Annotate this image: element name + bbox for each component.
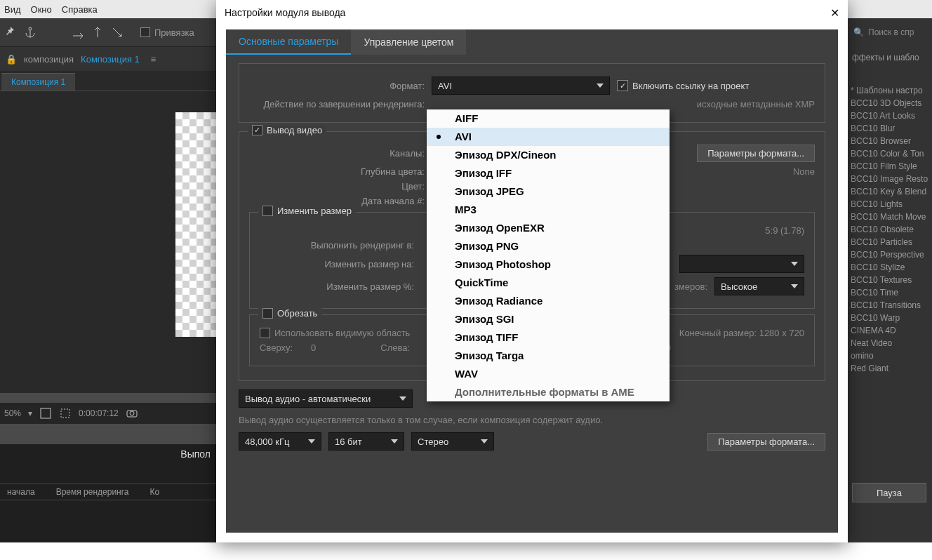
format-option[interactable]: Эпизод Photoshop <box>427 255 670 274</box>
effects-category[interactable]: BCC10 Image Resto <box>851 174 929 184</box>
effects-category[interactable]: BCC10 Art Looks <box>851 111 929 121</box>
axis-z-icon[interactable] <box>111 26 124 39</box>
format-option[interactable]: QuickTime <box>427 274 670 292</box>
axis-y-icon[interactable] <box>91 26 104 39</box>
crop-toggle[interactable]: Обрезать <box>258 308 321 319</box>
timecode[interactable]: 0:00:07:12 <box>79 408 119 418</box>
search-icon: 🔍 <box>853 27 864 37</box>
menu-icon[interactable]: ≡ <box>151 54 157 65</box>
effects-category[interactable]: BCC10 Time <box>851 288 929 298</box>
format-option[interactable]: AIFF <box>427 109 670 128</box>
resize-label: Изменить размер <box>277 206 352 216</box>
effects-category[interactable]: BCC10 Key & Blend <box>851 187 929 196</box>
search-box[interactable]: 🔍 Поиск в спр <box>848 18 932 46</box>
format-label: Формат: <box>249 81 425 91</box>
audio-format-options-button[interactable]: Параметры формата... <box>707 433 825 451</box>
effects-category[interactable]: BCC10 Obsolete <box>851 225 929 234</box>
channels-select[interactable]: Стерео <box>411 432 494 451</box>
tab-composition-1[interactable]: Композиция 1 <box>1 73 75 91</box>
effects-category[interactable]: BCC10 3D Objects <box>851 98 929 108</box>
effects-category[interactable]: BCC10 Stylize <box>851 262 929 272</box>
effects-category[interactable]: BCC10 Perspective <box>851 250 929 260</box>
crop-top-value[interactable]: 0 <box>311 342 316 353</box>
tab-main[interactable]: Основные параметры <box>226 29 351 55</box>
effects-header: ффекты и шабло <box>848 46 932 69</box>
format-select[interactable]: AVI <box>432 76 610 95</box>
mask-icon[interactable] <box>59 407 72 420</box>
format-option[interactable]: WAV <box>427 365 670 383</box>
checkbox-icon <box>262 206 273 216</box>
format-option[interactable]: Эпизод JPEG <box>427 182 670 201</box>
dialog-titlebar: Настройки модуля вывода ✕ <box>216 0 848 25</box>
bit-depth-select[interactable]: 16 бит <box>328 432 404 451</box>
quality-value: Высокое <box>721 281 757 292</box>
menu-window[interactable]: Окно <box>31 4 52 15</box>
format-option[interactable]: Эпизод IFF <box>427 164 670 182</box>
effects-category[interactable]: * Шаблоны настро <box>851 86 929 95</box>
effects-category[interactable]: BCC10 Blur <box>851 124 929 133</box>
video-output-label: Вывод видео <box>267 125 322 135</box>
format-option[interactable]: Эпизод DPX/Cineon <box>427 146 670 164</box>
close-icon[interactable]: ✕ <box>830 6 839 20</box>
chevron-down-icon <box>791 284 798 288</box>
chevron-down-icon <box>308 439 315 444</box>
effects-category[interactable]: BCC10 Textures <box>851 275 929 285</box>
resize-preset-select[interactable] <box>679 255 804 273</box>
effects-category[interactable]: BCC10 Lights <box>851 199 929 209</box>
render-at-label: Выполнить рендеринг в: <box>260 240 414 251</box>
include-project-link[interactable]: ✓ Включить ссылку на проект <box>617 80 749 91</box>
rq-columns: начала Время рендеринга Ко <box>0 484 218 500</box>
format-option[interactable]: Эпизод Radiance <box>427 292 670 310</box>
rq-header: Выпол <box>0 444 218 464</box>
effects-category[interactable]: BCC10 Browser <box>851 136 929 146</box>
sample-rate-select[interactable]: 48,000 кГц <box>239 432 321 451</box>
anchor-icon[interactable] <box>24 26 36 39</box>
chevron-down-icon <box>791 262 798 266</box>
resize-quality-select[interactable]: Высокое <box>714 277 804 295</box>
codec-info: None <box>793 166 815 177</box>
active-composition[interactable]: Композиция 1 <box>81 54 140 65</box>
format-option[interactable]: MP3 <box>427 201 670 219</box>
format-option[interactable]: Эпизод PNG <box>427 237 670 255</box>
audio-mode-select[interactable]: Вывод аудио - автоматически <box>239 389 413 408</box>
effects-category[interactable]: Red Giant <box>851 364 929 373</box>
pin-icon[interactable] <box>4 26 17 39</box>
effects-panel: 🔍 Поиск в спр ффекты и шабло * Шаблоны н… <box>846 18 932 542</box>
resize-toggle[interactable]: Изменить размер <box>258 206 356 216</box>
lock-icon[interactable]: 🔒 <box>6 54 17 65</box>
video-output-toggle[interactable]: ✓ Вывод видео <box>248 125 326 135</box>
effects-category[interactable]: BCC10 Warp <box>851 313 929 323</box>
format-option[interactable]: Эпизод TIFF <box>427 328 670 347</box>
effects-category[interactable]: omino <box>851 351 929 361</box>
effects-category[interactable]: BCC10 Color & Ton <box>851 149 929 159</box>
effects-category[interactable]: Neat Video <box>851 338 929 348</box>
window-bottom <box>0 542 932 560</box>
use-roi-toggle[interactable]: Использовать видимую область <box>260 328 410 338</box>
format-option[interactable]: AVI <box>427 128 670 146</box>
effects-category[interactable]: BCC10 Film Style <box>851 161 929 171</box>
effects-category[interactable]: CINEMA 4D <box>851 326 929 335</box>
snap-checkbox[interactable] <box>140 27 150 37</box>
pause-button[interactable]: Пауза <box>852 483 926 502</box>
effects-category[interactable]: BCC10 Match Move <box>851 212 929 222</box>
effects-category[interactable]: BCC10 Transitions <box>851 300 929 310</box>
tab-color-management[interactable]: Управление цветом <box>351 29 466 55</box>
format-option[interactable]: Эпизод Targa <box>427 347 670 365</box>
format-options-button[interactable]: Параметры формата... <box>697 145 815 162</box>
axis-x-icon[interactable] <box>72 26 84 39</box>
menu-help[interactable]: Справка <box>62 4 98 15</box>
chevron-down-icon <box>481 439 488 444</box>
effects-category[interactable]: BCC10 Particles <box>851 237 929 247</box>
camera-icon[interactable] <box>126 407 138 420</box>
zoom-value[interactable]: 50% <box>4 408 21 418</box>
svg-point-4 <box>130 411 134 415</box>
snap-toggle[interactable]: Привязка <box>140 27 194 38</box>
more-formats-ame[interactable]: Дополнительные форматы в AME <box>427 383 670 401</box>
chevron-down-icon[interactable]: ▾ <box>28 408 32 418</box>
menu-view[interactable]: Вид <box>4 4 21 15</box>
format-option[interactable]: Эпизод OpenEXR <box>427 219 670 237</box>
breadcrumb: композиция <box>24 54 74 65</box>
svg-point-0 <box>29 27 32 30</box>
format-option[interactable]: Эпизод SGI <box>427 310 670 328</box>
grid-icon[interactable] <box>39 407 52 420</box>
